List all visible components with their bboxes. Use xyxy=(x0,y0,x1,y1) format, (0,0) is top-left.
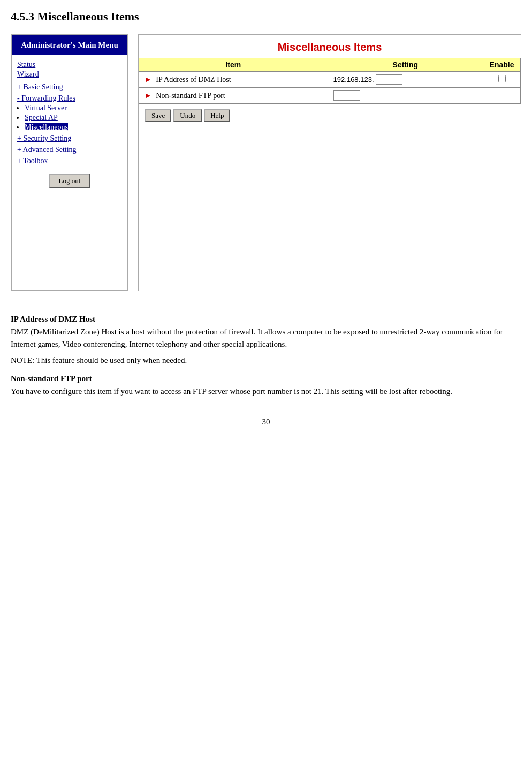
enable-ftp-cell xyxy=(483,88,521,104)
sidebar-item-miscellaneous[interactable]: Miscellaneous xyxy=(25,123,68,131)
item-dmz: ► IP Address of DMZ Host xyxy=(139,72,328,88)
item-ftp-label: Non-standard FTP port xyxy=(156,92,225,100)
item-dmz-label: IP Address of DMZ Host xyxy=(156,75,231,83)
page-title: 4.5.3 Miscellaneous Items xyxy=(0,0,532,29)
sidebar-item-forwarding-rules[interactable]: - Forwarding Rules xyxy=(17,94,75,102)
undo-button[interactable]: Undo xyxy=(173,109,202,122)
col-header-enable: Enable xyxy=(483,58,521,72)
setting-dmz: 192.168.123. xyxy=(328,72,483,88)
sidebar-item-special-ap[interactable]: Special AP xyxy=(25,113,58,121)
ip-suffix-input[interactable] xyxy=(376,74,402,85)
sidebar-item-toolbox[interactable]: + Toolbox xyxy=(17,157,48,165)
logout-button[interactable]: Log out xyxy=(49,174,90,188)
sidebar-item-virtual-server[interactable]: Virtual Server xyxy=(25,104,67,112)
button-row: Save Undo Help xyxy=(139,104,521,127)
sidebar-item-security-setting[interactable]: + Security Setting xyxy=(17,134,71,142)
page-number: 30 xyxy=(262,417,270,426)
content-panel: Miscellaneous Items Item Setting Enable … xyxy=(138,34,521,291)
ftp-port-input[interactable] xyxy=(333,90,360,101)
table-row: ► Non-standard FTP port xyxy=(139,88,521,104)
sidebar-item-advanced-setting[interactable]: + Advanced Setting xyxy=(17,146,77,154)
page-footer: 30 xyxy=(0,407,532,432)
save-button[interactable]: Save xyxy=(145,109,171,122)
enable-dmz-checkbox[interactable] xyxy=(498,75,506,82)
desc-heading-ftp: Non-standard FTP port xyxy=(11,374,521,383)
col-header-item: Item xyxy=(139,58,328,72)
col-header-setting: Setting xyxy=(328,58,483,72)
desc-heading-dmz: IP Address of DMZ Host xyxy=(11,315,521,324)
sidebar-item-wizard[interactable]: Wizard xyxy=(17,70,122,79)
sidebar-header: Administrator's Main Menu xyxy=(12,35,127,55)
content-title: Miscellaneous Items xyxy=(139,35,521,58)
ip-prefix: 192.168.123. xyxy=(333,75,374,83)
enable-dmz-cell xyxy=(483,72,521,88)
sidebar-item-status[interactable]: Status xyxy=(17,60,122,69)
arrow-icon: ► xyxy=(145,92,152,100)
description-section: IP Address of DMZ Host DMZ (DeMilitarize… xyxy=(0,296,532,407)
misc-table: Item Setting Enable ► IP Address of DMZ … xyxy=(139,58,521,104)
desc-para-ftp: You have to configure this item if you w… xyxy=(11,385,521,398)
sidebar-item-basic-setting[interactable]: + Basic Setting xyxy=(17,83,63,91)
desc-note-dmz: NOTE: This feature should be used only w… xyxy=(11,354,521,367)
setting-ftp xyxy=(328,88,483,104)
desc-para-dmz-0: DMZ (DeMilitarized Zone) Host is a host … xyxy=(11,326,521,350)
help-button[interactable]: Help xyxy=(204,109,230,122)
item-ftp: ► Non-standard FTP port xyxy=(139,88,328,104)
sidebar: Administrator's Main Menu Status Wizard … xyxy=(11,34,128,291)
table-row: ► IP Address of DMZ Host 192.168.123. xyxy=(139,72,521,88)
arrow-icon: ► xyxy=(145,75,152,83)
